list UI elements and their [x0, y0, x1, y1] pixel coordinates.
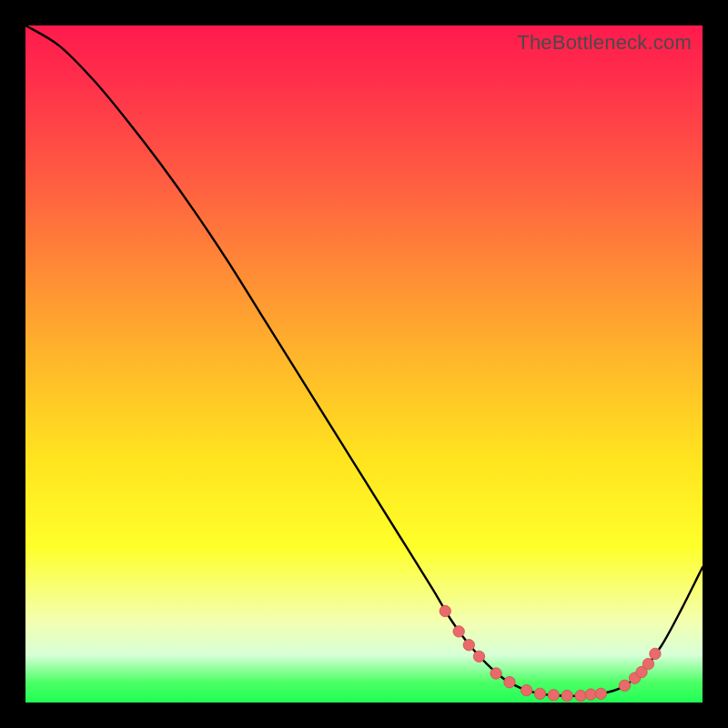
curve-marker — [548, 690, 559, 701]
bottleneck-curve — [25, 25, 703, 696]
curve-marker — [595, 688, 606, 699]
curve-markers — [440, 605, 661, 701]
curve-marker — [453, 626, 464, 637]
curve-marker — [642, 658, 653, 669]
curve-marker — [561, 690, 572, 701]
curve-marker — [473, 651, 484, 662]
chart-frame: TheBottleneck.com — [0, 0, 728, 728]
curve-marker — [463, 640, 474, 651]
curve-marker — [504, 676, 515, 687]
curve-marker — [490, 668, 501, 679]
curve-marker — [521, 684, 531, 695]
curve-marker — [650, 648, 661, 659]
plot-area: TheBottleneck.com — [25, 25, 703, 703]
curve-marker — [575, 690, 586, 701]
curve-layer — [25, 25, 703, 703]
curve-marker — [585, 689, 596, 700]
curve-marker — [534, 688, 545, 699]
curve-marker — [440, 605, 450, 616]
curve-marker — [619, 680, 630, 691]
